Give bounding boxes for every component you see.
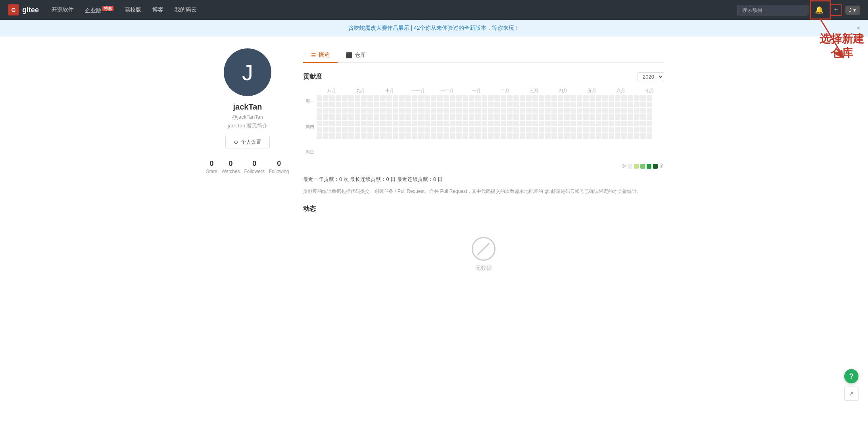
day-cell bbox=[577, 102, 582, 107]
day-cell bbox=[551, 108, 557, 114]
day-cell bbox=[399, 102, 405, 107]
day-cell bbox=[640, 127, 646, 133]
day-cell bbox=[329, 102, 335, 107]
months-header: 八月九月十月十一月十二月一月二月三月四月五月六月七月 bbox=[317, 88, 664, 94]
day-cell bbox=[386, 121, 392, 126]
day-cell bbox=[418, 95, 424, 101]
day-cell bbox=[437, 121, 443, 126]
week-col bbox=[418, 95, 424, 158]
day-cell bbox=[558, 133, 563, 139]
week-col bbox=[380, 95, 386, 158]
day-label bbox=[303, 108, 314, 120]
day-cell bbox=[469, 133, 474, 139]
month-label: 十二月 bbox=[433, 88, 462, 94]
sidebar: J jackTan @jackTanTan jackTan 暂无简介 ⚙ 个人设… bbox=[204, 48, 291, 288]
day-cell bbox=[494, 95, 500, 101]
week-col bbox=[336, 95, 341, 158]
week-col bbox=[450, 95, 455, 158]
day-cell bbox=[615, 121, 620, 126]
day-cell bbox=[463, 108, 468, 114]
day-cell bbox=[501, 95, 506, 101]
week-col bbox=[348, 95, 354, 158]
search-input[interactable] bbox=[737, 5, 808, 15]
day-cell bbox=[482, 114, 487, 120]
day-cell bbox=[450, 114, 455, 120]
day-cell bbox=[647, 133, 652, 139]
week-col bbox=[526, 95, 532, 158]
day-cell bbox=[393, 133, 398, 139]
day-cell bbox=[393, 95, 398, 101]
settings-button[interactable]: ⚙ 个人设置 bbox=[225, 136, 270, 148]
day-cell bbox=[361, 95, 367, 101]
day-cell bbox=[640, 114, 646, 120]
day-cell bbox=[342, 108, 348, 114]
day-cell bbox=[482, 108, 487, 114]
banner-close-button[interactable]: × bbox=[856, 25, 860, 32]
day-cell bbox=[640, 102, 646, 107]
day-cell bbox=[342, 127, 348, 133]
tab-overview[interactable]: ☰ 概览 bbox=[303, 48, 338, 63]
day-cell bbox=[367, 127, 373, 133]
week-col bbox=[456, 95, 462, 158]
day-cell bbox=[418, 133, 424, 139]
notification-icon[interactable]: 🔔 bbox=[812, 4, 827, 16]
stat-following[interactable]: 0 Following bbox=[269, 160, 289, 174]
day-cell bbox=[583, 114, 589, 120]
week-col bbox=[583, 95, 589, 158]
year-select[interactable]: 2020 2019 2018 bbox=[638, 72, 664, 81]
day-cell bbox=[329, 108, 335, 114]
day-cell bbox=[380, 127, 386, 133]
nav-enterprise[interactable]: 企业版特惠 bbox=[80, 4, 118, 17]
week-col bbox=[609, 95, 614, 158]
legend-cell-3 bbox=[647, 164, 651, 169]
week-col bbox=[482, 95, 487, 158]
tab-repos[interactable]: ⬛ 仓库 bbox=[338, 48, 374, 63]
nav-blog[interactable]: 博客 bbox=[148, 4, 168, 16]
day-cell bbox=[412, 95, 417, 101]
day-cell bbox=[399, 108, 405, 114]
nav-open-source[interactable]: 开源软件 bbox=[47, 4, 79, 16]
day-cell bbox=[501, 114, 506, 120]
repo-icon: ⬛ bbox=[346, 52, 352, 58]
day-cell bbox=[463, 133, 468, 139]
day-cell bbox=[475, 108, 481, 114]
enterprise-badge: 特惠 bbox=[102, 6, 113, 11]
brand-logo[interactable]: G gitee bbox=[8, 4, 39, 15]
day-cell bbox=[590, 121, 595, 126]
day-cell bbox=[475, 127, 481, 133]
day-cell bbox=[615, 133, 620, 139]
day-cell bbox=[602, 95, 608, 101]
day-cell bbox=[570, 127, 576, 133]
nav-links: 开源软件 企业版特惠 高校版 博客 我的码云 bbox=[47, 4, 737, 17]
day-cell bbox=[444, 102, 449, 107]
stat-followers[interactable]: 0 Followers bbox=[244, 160, 265, 174]
nav-university[interactable]: 高校版 bbox=[120, 4, 146, 16]
week-col bbox=[367, 95, 373, 158]
week-col bbox=[431, 95, 436, 158]
day-cell bbox=[374, 121, 379, 126]
day-cell bbox=[361, 108, 367, 114]
day-cell bbox=[329, 114, 335, 120]
day-cell bbox=[558, 108, 563, 114]
stat-watches[interactable]: 0 Watches bbox=[221, 160, 240, 174]
day-cell bbox=[424, 108, 430, 114]
week-col bbox=[647, 95, 652, 158]
day-cell bbox=[444, 127, 449, 133]
new-repo-button[interactable]: + bbox=[830, 4, 842, 16]
day-cell bbox=[399, 114, 405, 120]
day-cell bbox=[342, 95, 348, 101]
legend-cell-2 bbox=[640, 164, 645, 169]
day-cell bbox=[412, 102, 417, 107]
stat-stars[interactable]: 0 Stars bbox=[206, 160, 217, 174]
day-cell bbox=[336, 108, 341, 114]
day-cell bbox=[520, 121, 525, 126]
day-cell bbox=[494, 108, 500, 114]
brand-name: gitee bbox=[22, 6, 39, 14]
day-cell bbox=[463, 121, 468, 126]
day-cell bbox=[323, 133, 328, 139]
user-menu-button[interactable]: J ▾ bbox=[845, 6, 860, 15]
day-cell bbox=[551, 114, 557, 120]
nav-mycloud[interactable]: 我的码云 bbox=[170, 4, 202, 16]
day-cell bbox=[564, 108, 570, 114]
day-cell bbox=[469, 127, 474, 133]
